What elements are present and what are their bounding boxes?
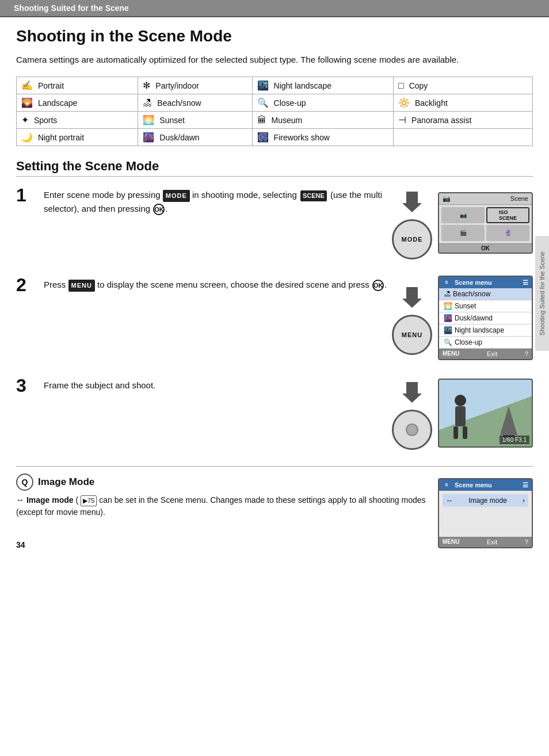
step-1-images: MODE: [392, 186, 432, 259]
step-2-text: Press MENU to display the scene menu scr…: [44, 276, 392, 292]
beach-icon: 🏖: [143, 98, 152, 108]
exposure-info: 1/60 F3.1: [500, 436, 529, 444]
step-1-screen-area: 📷 Scene 📷 ISOSCENE 🎬 🔮 OK: [438, 192, 533, 254]
image-mode-menu: S Scene menu ☰ ↔ Image mode › MENU Exit …: [438, 478, 533, 548]
intro-paragraph: Camera settings are automatically optimi…: [16, 54, 533, 67]
image-mode-ref-box: ▶ 75: [81, 495, 97, 506]
imgmode-menu-header: S Scene menu ☰: [439, 479, 532, 491]
menu-item-beachsnow: 🏖 Beach/snow: [439, 288, 532, 300]
table-cell: ⊣ Panorama assist: [394, 112, 533, 129]
menu-exit-label: MENU: [443, 350, 459, 357]
dusk-menu-label: Dusk/dawnd: [455, 314, 493, 322]
step-1: 1 Enter scene mode by pressing MODE in s…: [16, 186, 533, 259]
scene-label-museum: Museum: [272, 116, 303, 125]
scene-label-panorama: Panorama assist: [411, 116, 471, 125]
svg-rect-6: [463, 426, 467, 439]
imgmode-menu-item: Image mode: [468, 497, 507, 505]
step-3-number: 3: [16, 376, 35, 395]
panorama-icon: ⊣: [398, 114, 406, 125]
ok-bar-label: OK: [481, 245, 490, 251]
menu-help-icon: ?: [525, 350, 528, 357]
screen-grid: 📷 ISOSCENE 🎬 🔮: [439, 205, 532, 243]
copy-icon: □: [398, 81, 404, 91]
step-2: 2 Press MENU to display the scene menu s…: [16, 276, 533, 360]
top-header: Shooting Suited for the Scene: [0, 0, 549, 17]
menu-item-nightlandscape: 🌃 Night landscape: [439, 324, 532, 337]
page-number: 34: [16, 540, 25, 549]
image-mode-icon-text: Q: [22, 478, 28, 487]
grid-item-effects: 🔮: [486, 225, 529, 241]
side-label: Shooting Suited for the Scene: [535, 236, 549, 351]
nightlandscape-menu-label: Night landscape: [455, 326, 504, 334]
mode-button-visual: MODE: [392, 219, 432, 259]
table-row: 🌙 Night portrait 🌆 Dusk/dawn 🎆 Fireworks…: [17, 129, 533, 146]
table-cell: 🌆 Dusk/dawn: [138, 129, 252, 146]
section-title: Setting the Scene Mode: [16, 159, 533, 177]
menu-exit-text: Exit: [487, 350, 497, 357]
table-cell: 🌙 Night portrait: [17, 129, 138, 146]
step-3: 3 Frame the subject and shoot.: [16, 376, 533, 450]
scene-modes-table: ✍ Portrait ✻ Party/indoor 🌃 Night landsc…: [16, 77, 533, 146]
table-cell: [394, 129, 533, 146]
arrow-down-icon: [398, 186, 426, 215]
closeup-icon: 🔍: [257, 97, 269, 108]
step-3-text: Frame the subject and shoot.: [44, 376, 392, 392]
sunset-menu-label: Sunset: [455, 302, 476, 310]
photo-illustration: 1/60 F3.1: [438, 379, 533, 448]
sports-icon: ✦: [21, 114, 29, 125]
grid-item-iso: ISOSCENE: [486, 207, 529, 223]
image-mode-body-arrow: ↔: [16, 495, 26, 505]
scene-label-nightlandscape: Night landscape: [274, 81, 331, 90]
scene-label-dusk: Dusk/dawn: [159, 133, 199, 142]
dusk-icon: 🌆: [143, 132, 154, 143]
svg-marker-1: [402, 287, 422, 308]
svg-rect-5: [453, 426, 458, 439]
image-mode-ref-icon: ▶: [83, 496, 87, 506]
image-mode-ref-num: 75: [87, 496, 94, 506]
imgmode-menu-icon: ☰: [523, 482, 528, 489]
shutter-inner: [406, 423, 418, 436]
portrait-icon: ✍: [21, 80, 33, 91]
table-cell: □ Copy: [394, 77, 533, 94]
page-title: Shooting in the Scene Mode: [16, 28, 533, 45]
scene-label-fireworks: Fireworks show: [274, 133, 330, 142]
table-cell: 🏖 Beach/snow: [138, 94, 252, 112]
imgmode-arrow-right: ›: [523, 497, 525, 505]
beach-menu-label: Beach/snow: [453, 290, 490, 298]
table-cell: 🔆 Backlight: [394, 94, 533, 112]
museum-icon: 🏛: [257, 115, 266, 125]
table-row: ✦ Sports 🌅 Sunset 🏛 Museum ⊣ Panorama as…: [17, 112, 533, 129]
screen-top-bar: 📷 Scene: [439, 193, 532, 205]
scene-label-closeup: Close-up: [274, 98, 306, 108]
imgmode-arrow: ↔: [446, 497, 453, 505]
screen-top-right-label: Scene: [510, 195, 528, 203]
beach-menu-icon: 🏖: [444, 290, 451, 298]
step-2-images: MENU: [392, 281, 432, 355]
scene-label-sunset: Sunset: [159, 116, 185, 125]
svg-rect-4: [455, 406, 466, 426]
imgmode-menu-body: ↔ Image mode ›: [439, 491, 532, 537]
arrow-down-icon-3: [398, 376, 426, 405]
scene-label-portrait: Portrait: [38, 81, 64, 90]
table-cell: 🌃 Night landscape: [252, 77, 393, 94]
nightportrait-icon: 🌙: [21, 132, 33, 143]
scene-label-nightportrait: Night portrait: [38, 133, 84, 142]
scene-label-backlight: Backlight: [415, 98, 448, 108]
steps-container: 1 Enter scene mode by pressing MODE in s…: [16, 186, 533, 450]
scene-label-copy: Copy: [409, 81, 428, 90]
main-content: Shooting Suited for the Scene Shooting i…: [0, 17, 549, 559]
screen-top-left-icon: 📷: [443, 195, 451, 203]
image-mode-ref: (: [75, 495, 78, 505]
nightlandscape-menu-icon: 🌃: [444, 326, 452, 334]
menu-button-label: MENU: [68, 280, 95, 292]
table-cell: ✻ Party/indoor: [138, 77, 252, 94]
table-cell: ✦ Sports: [17, 112, 138, 129]
scene-label-sports: Sports: [34, 116, 57, 125]
table-cell: 🔍 Close-up: [252, 94, 393, 112]
dusk-menu-icon: 🌆: [444, 314, 452, 322]
step-1-number: 1: [16, 186, 35, 204]
scene-label-party: Party/indoor: [155, 81, 199, 90]
fireworks-icon: 🎆: [257, 132, 269, 143]
grid-item-camera: 📷: [441, 207, 485, 223]
table-cell: ✍ Portrait: [17, 77, 138, 94]
